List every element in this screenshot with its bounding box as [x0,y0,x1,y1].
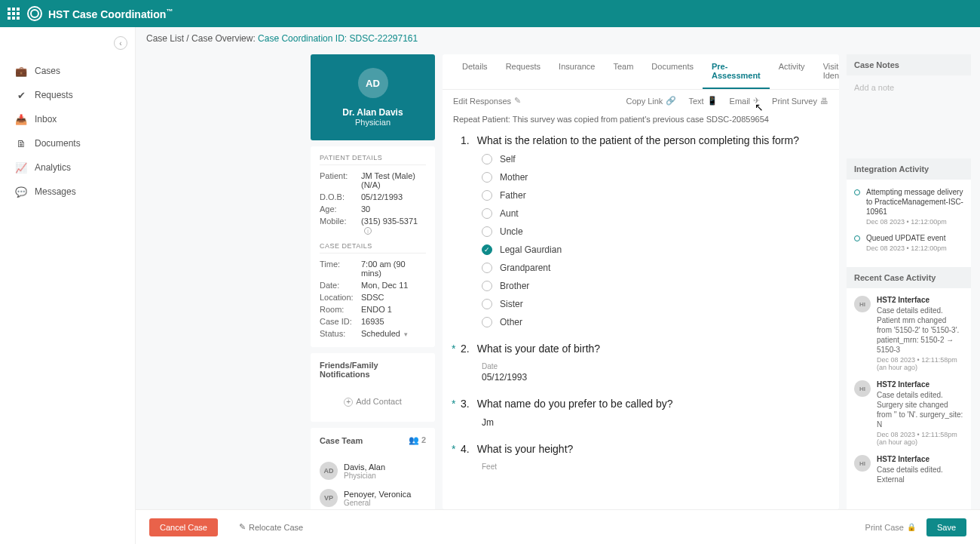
dob-answer[interactable]: 05/12/1993 [482,372,821,383]
briefcase-icon: 💼 [15,65,27,77]
lock-icon: 🔒 [907,523,916,531]
team-member[interactable]: ADDavis, AlanPhysician [320,457,426,484]
avatar: AD [358,68,388,98]
option-self[interactable]: Self [482,154,821,164]
integration-item: Queued UPDATE eventDec 08 2023 • 12:12:0… [854,233,963,252]
nav-requests[interactable]: ✔Requests [15,83,135,107]
inbox-icon: 📥 [15,113,27,125]
option-aunt[interactable]: Aunt [482,208,821,219]
case-team-card: Case Team👥 2 ADDavis, AlanPhysicianVPPen… [311,428,435,509]
question-3: *3.What name do you prefer to be called … [461,398,821,428]
add-contact-button[interactable]: +Add Contact [320,391,426,413]
chart-icon: 📈 [15,161,27,174]
patient-details-card: PATIENT DETAILS Patient:JM Test (Male)(N… [311,146,435,347]
check-circle-icon: ✔ [15,89,27,101]
option-legal-gaurdian[interactable]: Legal Gaurdian [482,244,821,255]
brand-title: HST Case Coordination™ [48,8,173,20]
tabs: DetailsRequestsInsuranceTeamDocumentsPre… [443,54,839,90]
print-survey-button[interactable]: Print Survey🖶 [772,97,828,106]
app-header: HST Case Coordination™ [0,0,980,27]
avatar: HI [854,380,871,397]
tab-visit-identifiers[interactable]: Visit Identifiers [814,54,839,89]
chevron-down-icon[interactable]: ▾ [402,330,408,338]
option-father[interactable]: Father [482,190,821,201]
breadcrumb-root[interactable]: Case List [146,33,184,44]
edit-responses-button[interactable]: Edit Responses✎ [453,96,521,106]
preferred-name-answer[interactable]: Jm [482,417,821,428]
radio-icon [482,244,492,255]
physician-name: Dr. Alan Davis [318,107,427,118]
collapse-sidebar-icon[interactable]: ‹ [114,36,127,50]
activity-item: HIHST2 InterfaceCase details edited. Pat… [854,296,963,371]
cancel-case-button[interactable]: Cancel Case [149,518,218,536]
avatar: AD [320,462,338,480]
avatar: HI [854,296,871,312]
profile-card: AD Dr. Alan Davis Physician [311,54,435,140]
integration-header: Integration Activity [847,158,971,180]
question-4: *4.What is your height? Feet [461,443,821,471]
footer: Cancel Case ✎Relocate Case Print Case🔒 S… [136,509,980,544]
team-member[interactable]: VPPenoyer, VeronicaGeneral [320,484,426,509]
right-column: Case Notes Add a note Integration Activi… [847,54,971,509]
option-sister[interactable]: Sister [482,299,821,309]
nav-documents[interactable]: 🗎Documents [15,131,135,155]
tab-activity[interactable]: Activity [770,54,814,89]
send-icon: ✈ [753,96,760,106]
radio-icon [482,317,492,327]
recent-activity-header: Recent Case Activity [847,267,971,288]
nav-messages[interactable]: 💬Messages [15,180,135,204]
tab-requests[interactable]: Requests [497,54,550,89]
radio-icon [482,190,492,201]
info-icon[interactable]: i [364,227,372,235]
radio-icon [482,226,492,237]
breadcrumb-case-link[interactable]: Case Coordination ID: SDSC-22297161 [258,33,418,44]
phone-icon: 📱 [707,96,718,106]
print-case-button[interactable]: Print Case🔒 [865,523,916,532]
people-icon: 👥 2 [409,435,426,445]
avatar: HI [854,455,871,472]
message-icon: 💬 [15,186,27,198]
print-icon: 🖶 [820,97,828,106]
nav-analytics[interactable]: 📈Analytics [15,155,135,180]
activity-item: HIHST2 InterfaceCase details edited. Sur… [854,380,963,446]
document-icon: 🗎 [15,137,27,149]
plus-icon: + [344,398,353,407]
apps-grid-icon[interactable] [8,8,20,20]
option-brother[interactable]: Brother [482,281,821,291]
tab-details[interactable]: Details [453,54,497,89]
radio-icon [482,172,492,183]
text-button[interactable]: Text📱 [688,96,717,106]
radio-icon [482,299,492,309]
option-other[interactable]: Other [482,317,821,327]
pencil-icon: ✎ [239,522,246,532]
option-grandparent[interactable]: Grandparent [482,263,821,273]
friends-family-card: Friends/Family Notifications +Add Contac… [311,353,435,422]
hst-logo-icon [27,6,42,21]
nav-cases[interactable]: 💼Cases [15,59,135,83]
relocate-case-button[interactable]: ✎Relocate Case [228,518,314,536]
nav-inbox[interactable]: 📥Inbox [15,107,135,131]
option-mother[interactable]: Mother [482,172,821,183]
question-2: *2.What is your date of birth? Date 05/1… [461,343,821,383]
question-1: 1.What is the relation to the patient of… [461,134,821,327]
tab-team[interactable]: Team [604,54,642,89]
link-icon: 🔗 [666,96,676,106]
radio-icon [482,281,492,291]
tab-pre-assessment[interactable]: Pre-Assessment [703,54,770,89]
save-button[interactable]: Save [926,518,966,536]
tab-documents[interactable]: Documents [642,54,703,89]
status-dot-icon [854,189,860,195]
copy-link-button[interactable]: Copy Link🔗 [626,96,676,106]
status-dot-icon [854,235,860,241]
add-note-input[interactable]: Add a note [854,83,963,92]
physician-role: Physician [318,118,427,127]
tab-insurance[interactable]: Insurance [550,54,604,89]
radio-icon [482,208,492,219]
email-button[interactable]: Email✈ [730,96,761,106]
breadcrumb: Case List / Case Overview: Case Coordina… [136,27,980,50]
case-notes-header: Case Notes [847,54,971,75]
option-uncle[interactable]: Uncle [482,226,821,237]
radio-icon [482,154,492,164]
sidebar: ‹ 💼Cases ✔Requests 📥Inbox 🗎Documents 📈An… [0,27,136,544]
pencil-icon: ✎ [514,96,521,106]
